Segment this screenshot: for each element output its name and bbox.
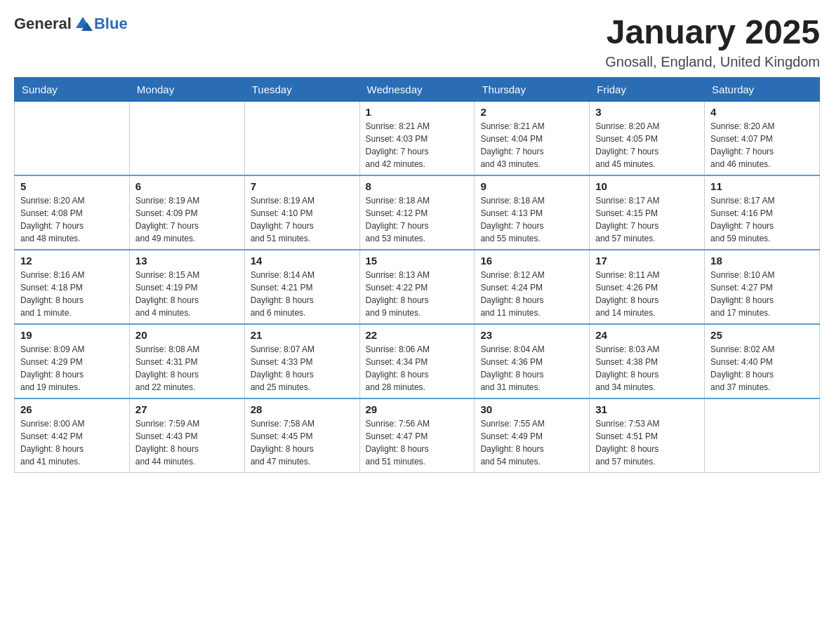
day-info: Sunrise: 8:11 AMSunset: 4:26 PMDaylight:… xyxy=(595,269,699,319)
calendar-cell: 6Sunrise: 8:19 AMSunset: 4:09 PMDaylight… xyxy=(129,175,244,250)
calendar-cell: 4Sunrise: 8:20 AMSunset: 4:07 PMDaylight… xyxy=(705,101,820,175)
day-number: 6 xyxy=(135,180,239,192)
day-info: Sunrise: 8:10 AMSunset: 4:27 PMDaylight:… xyxy=(710,269,814,319)
day-info: Sunrise: 8:12 AMSunset: 4:24 PMDaylight:… xyxy=(480,269,583,319)
day-info: Sunrise: 8:00 AMSunset: 4:42 PMDaylight:… xyxy=(20,417,124,468)
day-number: 2 xyxy=(480,106,583,118)
calendar-cell: 16Sunrise: 8:12 AMSunset: 4:24 PMDayligh… xyxy=(475,250,590,324)
weekday-header-sunday: Sunday xyxy=(15,77,130,101)
day-info: Sunrise: 7:56 AMSunset: 4:47 PMDaylight:… xyxy=(366,417,469,468)
day-info: Sunrise: 8:08 AMSunset: 4:31 PMDaylight:… xyxy=(135,343,239,394)
calendar-cell: 10Sunrise: 8:17 AMSunset: 4:15 PMDayligh… xyxy=(590,175,705,250)
title-section: January 2025 Gnosall, England, United Ki… xyxy=(605,14,820,70)
calendar-week-row: 1Sunrise: 8:21 AMSunset: 4:03 PMDaylight… xyxy=(15,101,820,175)
calendar-cell: 2Sunrise: 8:21 AMSunset: 4:04 PMDaylight… xyxy=(475,101,590,175)
location: Gnosall, England, United Kingdom xyxy=(605,54,820,70)
day-info: Sunrise: 7:55 AMSunset: 4:49 PMDaylight:… xyxy=(480,417,583,468)
weekday-header-wednesday: Wednesday xyxy=(359,77,475,101)
day-info: Sunrise: 8:15 AMSunset: 4:19 PMDaylight:… xyxy=(135,269,239,319)
calendar-header-row: SundayMondayTuesdayWednesdayThursdayFrid… xyxy=(15,77,820,101)
day-info: Sunrise: 8:03 AMSunset: 4:38 PMDaylight:… xyxy=(595,343,699,394)
calendar-cell: 25Sunrise: 8:02 AMSunset: 4:40 PMDayligh… xyxy=(705,324,820,398)
day-number: 23 xyxy=(480,329,583,341)
weekday-header-thursday: Thursday xyxy=(475,77,590,101)
day-number: 11 xyxy=(710,180,814,192)
calendar-week-row: 19Sunrise: 8:09 AMSunset: 4:29 PMDayligh… xyxy=(15,324,820,398)
calendar-cell: 11Sunrise: 8:17 AMSunset: 4:16 PMDayligh… xyxy=(705,175,820,250)
calendar-cell: 26Sunrise: 8:00 AMSunset: 4:42 PMDayligh… xyxy=(15,398,130,473)
day-number: 22 xyxy=(366,329,469,341)
day-number: 9 xyxy=(480,180,583,192)
calendar-cell: 29Sunrise: 7:56 AMSunset: 4:47 PMDayligh… xyxy=(359,398,475,473)
day-number: 29 xyxy=(366,403,469,415)
day-info: Sunrise: 8:09 AMSunset: 4:29 PMDaylight:… xyxy=(20,343,124,394)
logo-text-general: General xyxy=(14,15,72,33)
weekday-header-saturday: Saturday xyxy=(705,77,820,101)
calendar-cell: 31Sunrise: 7:53 AMSunset: 4:51 PMDayligh… xyxy=(590,398,705,473)
calendar-cell: 12Sunrise: 8:16 AMSunset: 4:18 PMDayligh… xyxy=(15,250,130,324)
weekday-header-tuesday: Tuesday xyxy=(244,77,359,101)
month-title: January 2025 xyxy=(605,14,820,51)
calendar-cell: 21Sunrise: 8:07 AMSunset: 4:33 PMDayligh… xyxy=(244,324,359,398)
day-number: 19 xyxy=(20,329,124,341)
day-number: 10 xyxy=(595,180,699,192)
calendar-cell: 22Sunrise: 8:06 AMSunset: 4:34 PMDayligh… xyxy=(359,324,475,398)
day-number: 13 xyxy=(135,255,239,267)
calendar-cell: 3Sunrise: 8:20 AMSunset: 4:05 PMDaylight… xyxy=(590,101,705,175)
day-info: Sunrise: 8:17 AMSunset: 4:16 PMDaylight:… xyxy=(710,194,814,245)
day-info: Sunrise: 8:18 AMSunset: 4:13 PMDaylight:… xyxy=(480,194,583,245)
calendar-cell xyxy=(705,398,820,473)
day-number: 4 xyxy=(710,106,814,118)
calendar-cell: 17Sunrise: 8:11 AMSunset: 4:26 PMDayligh… xyxy=(590,250,705,324)
calendar-cell: 27Sunrise: 7:59 AMSunset: 4:43 PMDayligh… xyxy=(129,398,244,473)
day-info: Sunrise: 8:13 AMSunset: 4:22 PMDaylight:… xyxy=(366,269,469,319)
calendar-cell: 23Sunrise: 8:04 AMSunset: 4:36 PMDayligh… xyxy=(475,324,590,398)
day-info: Sunrise: 7:53 AMSunset: 4:51 PMDaylight:… xyxy=(595,417,699,468)
day-info: Sunrise: 7:58 AMSunset: 4:45 PMDaylight:… xyxy=(251,417,354,468)
calendar-cell xyxy=(15,101,130,175)
calendar-cell: 15Sunrise: 8:13 AMSunset: 4:22 PMDayligh… xyxy=(359,250,475,324)
day-number: 14 xyxy=(251,255,354,267)
day-number: 31 xyxy=(595,403,699,415)
calendar-cell: 8Sunrise: 8:18 AMSunset: 4:12 PMDaylight… xyxy=(359,175,475,250)
calendar-cell: 9Sunrise: 8:18 AMSunset: 4:13 PMDaylight… xyxy=(475,175,590,250)
day-info: Sunrise: 8:06 AMSunset: 4:34 PMDaylight:… xyxy=(366,343,469,394)
day-number: 27 xyxy=(135,403,239,415)
calendar-cell: 24Sunrise: 8:03 AMSunset: 4:38 PMDayligh… xyxy=(590,324,705,398)
day-number: 15 xyxy=(366,255,469,267)
day-info: Sunrise: 8:14 AMSunset: 4:21 PMDaylight:… xyxy=(251,269,354,319)
day-number: 8 xyxy=(366,180,469,192)
calendar-cell: 20Sunrise: 8:08 AMSunset: 4:31 PMDayligh… xyxy=(129,324,244,398)
weekday-header-monday: Monday xyxy=(129,77,244,101)
day-info: Sunrise: 7:59 AMSunset: 4:43 PMDaylight:… xyxy=(135,417,239,468)
day-number: 20 xyxy=(135,329,239,341)
day-info: Sunrise: 8:21 AMSunset: 4:03 PMDaylight:… xyxy=(366,120,469,170)
day-number: 3 xyxy=(595,106,699,118)
calendar-table: SundayMondayTuesdayWednesdayThursdayFrid… xyxy=(14,77,820,473)
day-info: Sunrise: 8:04 AMSunset: 4:36 PMDaylight:… xyxy=(480,343,583,394)
calendar-week-row: 26Sunrise: 8:00 AMSunset: 4:42 PMDayligh… xyxy=(15,398,820,473)
calendar-cell xyxy=(129,101,244,175)
day-info: Sunrise: 8:20 AMSunset: 4:05 PMDaylight:… xyxy=(595,120,699,170)
day-number: 24 xyxy=(595,329,699,341)
day-number: 25 xyxy=(710,329,814,341)
day-number: 12 xyxy=(20,255,124,267)
calendar-cell: 18Sunrise: 8:10 AMSunset: 4:27 PMDayligh… xyxy=(705,250,820,324)
calendar-cell: 14Sunrise: 8:14 AMSunset: 4:21 PMDayligh… xyxy=(244,250,359,324)
day-info: Sunrise: 8:19 AMSunset: 4:09 PMDaylight:… xyxy=(135,194,239,245)
day-number: 18 xyxy=(710,255,814,267)
calendar-cell: 28Sunrise: 7:58 AMSunset: 4:45 PMDayligh… xyxy=(244,398,359,473)
day-number: 30 xyxy=(480,403,583,415)
day-info: Sunrise: 8:18 AMSunset: 4:12 PMDaylight:… xyxy=(366,194,469,245)
calendar-week-row: 5Sunrise: 8:20 AMSunset: 4:08 PMDaylight… xyxy=(15,175,820,250)
day-number: 1 xyxy=(366,106,469,118)
day-number: 28 xyxy=(251,403,354,415)
day-number: 16 xyxy=(480,255,583,267)
calendar-cell: 13Sunrise: 8:15 AMSunset: 4:19 PMDayligh… xyxy=(129,250,244,324)
page-header: General Blue January 2025 Gnosall, Engla… xyxy=(14,14,820,70)
calendar-cell: 1Sunrise: 8:21 AMSunset: 4:03 PMDaylight… xyxy=(359,101,475,175)
calendar-cell: 30Sunrise: 7:55 AMSunset: 4:49 PMDayligh… xyxy=(475,398,590,473)
day-info: Sunrise: 8:21 AMSunset: 4:04 PMDaylight:… xyxy=(480,120,583,170)
logo-icon xyxy=(73,14,93,34)
calendar-cell: 19Sunrise: 8:09 AMSunset: 4:29 PMDayligh… xyxy=(15,324,130,398)
